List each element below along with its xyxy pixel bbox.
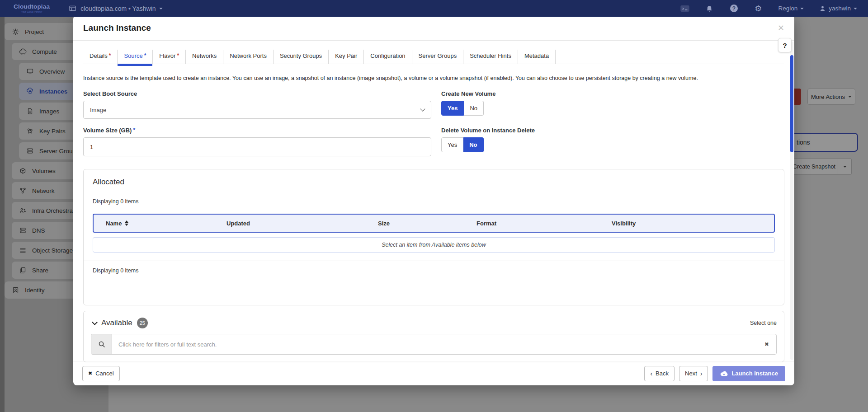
domain-grid-icon (68, 4, 77, 13)
column-label: Visibility (612, 220, 636, 227)
search-input[interactable] (112, 334, 757, 354)
modal-scrollbar-thumb[interactable] (790, 55, 793, 152)
column-header-visibility[interactable]: Visibility (612, 220, 774, 227)
delete-volume-toggle: Yes No (441, 137, 484, 152)
column-header-format[interactable]: Format (476, 220, 612, 227)
cloud-upload-icon (720, 370, 728, 377)
brand-logo[interactable]: Cloudtopiaa Your Cloud Partner (14, 4, 50, 13)
tab-security-groups[interactable]: Security Groups (274, 50, 329, 64)
boot-source-select[interactable]: Image (83, 101, 431, 119)
tab-source[interactable]: Source* (118, 50, 153, 64)
allocated-count: Displaying 0 items (93, 198, 775, 205)
source-description: Instance source is the template used to … (83, 75, 784, 81)
modal-footer: ✖ Cancel ‹ Back Next › Launch Instance (73, 361, 794, 385)
region-label: Region (778, 5, 797, 12)
allocated-empty-row: Select an item from Available items belo… (93, 237, 775, 253)
tab-scheduler-hints[interactable]: Scheduler Hints (463, 50, 518, 64)
tab-label: Server Groups (419, 52, 457, 59)
delete-volume-yes-button[interactable]: Yes (441, 137, 463, 152)
modal-scrollbar-track (790, 42, 793, 360)
allocated-count-bottom: Displaying 0 items (93, 267, 775, 274)
column-label: Format (476, 220, 496, 227)
tab-label: Configuration (370, 52, 405, 59)
tab-flavor[interactable]: Flavor* (153, 50, 186, 64)
chevron-left-icon: ‹ (650, 370, 652, 377)
top-navbar: Cloudtopiaa Your Cloud Partner cloudtopi… (0, 0, 868, 17)
boot-source-label: Select Boot Source (83, 90, 431, 97)
tab-network-ports[interactable]: Network Ports (223, 50, 274, 64)
modal-header: Launch Instance ✕ (73, 15, 794, 41)
create-volume-yes-button[interactable]: Yes (441, 101, 464, 116)
column-header-name[interactable]: Name (94, 220, 226, 227)
launch-instance-button[interactable]: Launch Instance (712, 366, 785, 381)
volume-size-input[interactable] (83, 137, 431, 156)
tab-label: Network Ports (230, 52, 267, 59)
column-header-size[interactable]: Size (378, 220, 476, 227)
source-form-row-1: Select Boot Source Image Create New Volu… (83, 90, 784, 119)
tab-label: Scheduler Hints (470, 52, 511, 59)
column-header-updated[interactable]: Updated (226, 220, 378, 227)
launch-instance-modal: Launch Instance ✕ ? Details*Source*Flavo… (73, 15, 794, 385)
close-icon[interactable]: ✕ (778, 24, 784, 32)
tab-label: Networks (192, 52, 217, 59)
user-label: yashwin (829, 5, 851, 12)
tab-details[interactable]: Details* (83, 50, 118, 64)
column-label: Updated (226, 220, 250, 227)
tab-label: Metadata (524, 52, 549, 59)
column-label: Size (378, 220, 390, 227)
tab-label: Key Pair (335, 52, 357, 59)
chevron-right-icon: › (700, 370, 703, 377)
user-menu[interactable]: yashwin (819, 5, 857, 12)
terminal-icon[interactable] (680, 4, 689, 13)
required-asterisk: * (177, 52, 179, 59)
wizard-tabs: Details*Source*Flavor*NetworksNetwork Po… (83, 50, 784, 64)
available-count-badge: 25 (137, 318, 148, 328)
available-heading: Available (101, 318, 132, 328)
user-icon (819, 5, 826, 12)
tab-label: Details (90, 52, 108, 59)
tab-label: Security Groups (280, 52, 322, 59)
brand-tagline: Your Cloud Partner (14, 11, 50, 14)
brand-name: Cloudtopiaa (14, 4, 50, 10)
allocated-header-row: NameUpdatedSizeFormatVisibility (93, 214, 775, 233)
cancel-button[interactable]: ✖ Cancel (82, 366, 120, 381)
create-volume-no-button[interactable]: No (464, 101, 484, 116)
wizard-help-button[interactable]: ? (778, 38, 792, 52)
delete-volume-no-button[interactable]: No (463, 137, 483, 152)
sort-icon (125, 220, 128, 226)
modal-title: Launch Instance (83, 23, 151, 33)
tab-label: Flavor (159, 52, 175, 59)
chevron-down-icon (854, 8, 857, 9)
required-asterisk: * (109, 52, 111, 59)
tab-configuration[interactable]: Configuration (364, 50, 412, 64)
region-dropdown[interactable]: Region (778, 5, 804, 12)
delete-volume-label: Delete Volume on Instance Delete (441, 127, 784, 134)
required-asterisk: * (144, 52, 146, 59)
available-search: ✖ (91, 334, 777, 355)
available-header: Available 25 Select one (91, 318, 777, 328)
volume-size-label: Volume Size (GB)* (83, 127, 431, 134)
divider (84, 261, 784, 261)
back-button[interactable]: ‹ Back (644, 366, 675, 381)
help-icon[interactable]: ? (729, 4, 738, 13)
project-context-dropdown[interactable]: cloudtopiaa.com • Yashwin (68, 4, 163, 13)
bell-icon[interactable] (705, 4, 714, 13)
column-label: Name (106, 220, 122, 227)
collapse-chevron-icon[interactable] (92, 319, 98, 325)
available-section: Available 25 Select one ✖ (83, 311, 784, 362)
boot-source-value: Image (90, 107, 106, 113)
required-asterisk: * (133, 127, 135, 133)
select-one-hint: Select one (750, 320, 777, 326)
next-button[interactable]: Next › (679, 366, 708, 381)
gear-icon[interactable]: ⚙ (754, 4, 763, 13)
create-new-volume-toggle: Yes No (441, 101, 484, 116)
tab-networks[interactable]: Networks (186, 50, 223, 64)
chevron-down-icon (800, 8, 804, 9)
source-form-row-2: Volume Size (GB)* Delete Volume on Insta… (83, 127, 784, 156)
clear-search-icon[interactable]: ✖ (757, 334, 776, 354)
tab-metadata[interactable]: Metadata (518, 50, 556, 64)
x-icon: ✖ (88, 370, 92, 376)
tab-server-groups[interactable]: Server Groups (412, 50, 464, 64)
allocated-section: Allocated Displaying 0 items NameUpdated… (83, 169, 784, 305)
tab-key-pair[interactable]: Key Pair (329, 50, 364, 64)
